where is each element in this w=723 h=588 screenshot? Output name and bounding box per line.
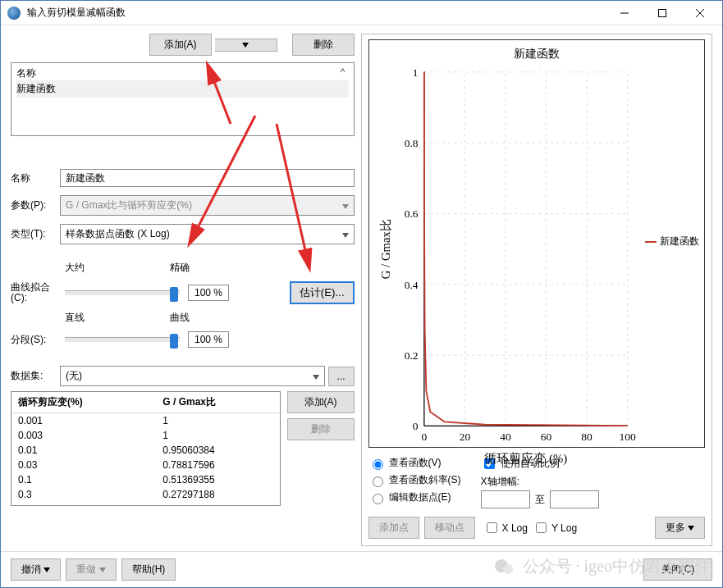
radio-edit-points[interactable]: 编辑数据点(E)	[368, 490, 461, 504]
approx-label: 大约	[65, 261, 91, 275]
type-row: 类型(T): 样条数据点函数 (X Log)	[11, 224, 355, 244]
add-button[interactable]: 添加(A)	[149, 34, 212, 56]
fit-label: 曲线拟合(C):	[11, 282, 57, 303]
svg-text:1: 1	[412, 66, 418, 79]
legend-line-icon	[645, 241, 657, 243]
svg-marker-36	[688, 526, 694, 531]
svg-marker-5	[342, 204, 349, 209]
chart-legend: 新建函数	[645, 235, 699, 248]
left-panel: 添加(A) 删除 名称 ^ 新建函数 名称 参数(P):	[11, 34, 355, 546]
xrange-to[interactable]	[550, 490, 599, 508]
svg-text:40: 40	[500, 431, 511, 443]
svg-text:0: 0	[421, 431, 427, 443]
radio-view-slope[interactable]: 查看函数斜率(S)	[368, 473, 461, 487]
chevron-down-icon	[342, 229, 349, 240]
table-row[interactable]: 0.0011	[11, 413, 280, 429]
listbox-header-name: 名称	[16, 66, 337, 80]
checkbox-ylog[interactable]: Y Log	[533, 520, 577, 536]
move-point-button[interactable]: 移动点	[424, 517, 475, 539]
list-item[interactable]: 新建函数	[16, 80, 349, 98]
table-row[interactable]: 0.010.95060384	[11, 443, 280, 458]
col-y: G / Gmax比	[156, 392, 279, 413]
segment-header-row: 直线 曲线	[11, 311, 355, 325]
minimize-button[interactable]	[606, 1, 643, 25]
chevron-down-icon	[99, 567, 106, 572]
fit-slider-row-1: 大约 精确	[11, 261, 355, 275]
table-side-buttons: 添加(A) 删除	[287, 391, 355, 506]
type-select[interactable]: 样条数据点函数 (X Log)	[60, 224, 355, 244]
svg-text:0.2: 0.2	[404, 349, 418, 362]
chart-title: 新建函数	[376, 47, 698, 62]
dataset-select[interactable]: (无)	[60, 366, 325, 386]
table-add-button[interactable]: 添加(A)	[287, 391, 355, 413]
estimate-button[interactable]: 估计(E)...	[290, 281, 355, 304]
app-icon	[7, 7, 21, 20]
svg-marker-4	[242, 43, 249, 48]
svg-text:80: 80	[581, 431, 593, 443]
table-delete-button[interactable]: 删除	[287, 418, 355, 440]
svg-marker-7	[313, 375, 319, 380]
dataset-browse-button[interactable]: ...	[328, 367, 355, 386]
x-range-row: 至	[481, 490, 599, 508]
data-table[interactable]: 循环剪应变(%) G / Gmax比 0.00110.00310.010.950…	[11, 391, 281, 506]
name-row: 名称	[11, 169, 355, 187]
xrange-to-label: 至	[535, 493, 545, 507]
listbox-header: 名称 ^	[16, 66, 349, 80]
chevron-down-icon	[688, 526, 694, 531]
curve-label: 曲线	[170, 311, 196, 325]
name-label: 名称	[11, 171, 57, 185]
chevron-down-icon	[43, 567, 50, 572]
right-panel: 新建函数 02040608010000.20.40.60.81循环剪应变 (%)…	[361, 34, 712, 546]
chevron-down-icon	[342, 200, 349, 212]
name-input[interactable]	[60, 169, 355, 187]
maximize-button[interactable]	[643, 1, 681, 25]
exact-label: 精确	[170, 261, 196, 275]
type-label: 类型(T):	[11, 227, 57, 241]
svg-marker-37	[43, 567, 50, 572]
svg-rect-1	[659, 9, 666, 16]
slider-thumb[interactable]	[170, 287, 178, 302]
chart-frame: 新建函数 02040608010000.20.40.60.81循环剪应变 (%)…	[368, 39, 705, 448]
chart-body: 02040608010000.20.40.60.81循环剪应变 (%)G / G…	[376, 65, 698, 469]
slider-thumb[interactable]	[170, 334, 178, 349]
undo-button[interactable]: 撤消	[11, 558, 61, 581]
checkbox-xlog[interactable]: X Log	[483, 520, 528, 536]
svg-text:100: 100	[619, 431, 635, 443]
legend-label: 新建函数	[660, 235, 699, 248]
curvefit-slider[interactable]	[65, 290, 180, 295]
more-button[interactable]: 更多	[655, 517, 705, 539]
statusbar: 撤消 重做 帮助(H) 关闭(C)	[1, 551, 722, 587]
delete-button[interactable]: 删除	[292, 34, 355, 56]
help-button[interactable]: 帮助(H)	[121, 558, 176, 581]
table-row[interactable]: 0.10.51369355	[11, 472, 280, 487]
param-row: 参数(P): G / Gmax比与循环剪应变(%)	[11, 195, 355, 216]
function-listbox[interactable]: 名称 ^ 新建函数	[11, 62, 355, 136]
svg-marker-6	[342, 233, 349, 238]
type-value: 样条数据点函数 (X Log)	[66, 227, 170, 241]
svg-text:20: 20	[459, 431, 470, 443]
svg-text:60: 60	[540, 431, 551, 443]
dataset-row: 数据集: (无) ...	[11, 366, 355, 386]
add-dropdown-arrow[interactable]	[215, 39, 277, 52]
add-point-button[interactable]: 添加点	[368, 517, 419, 539]
table-row[interactable]: 0.030.78817596	[11, 458, 280, 472]
svg-text:0.8: 0.8	[404, 137, 418, 149]
point-tool-row: 添加点 移动点 X Log Y Log 更多	[368, 517, 705, 539]
straight-label: 直线	[65, 311, 91, 325]
close-button[interactable]	[681, 1, 719, 25]
svg-text:0.4: 0.4	[404, 279, 418, 291]
param-select[interactable]: G / Gmax比与循环剪应变(%)	[60, 195, 355, 216]
table-row[interactable]: 0.30.27297188	[11, 487, 280, 502]
table-row[interactable]: 0.0031	[11, 428, 280, 443]
dataset-label: 数据集:	[11, 369, 57, 383]
svg-text:0: 0	[412, 420, 418, 432]
close-window-button[interactable]: 关闭(C)	[643, 558, 712, 581]
svg-text:0.6: 0.6	[404, 207, 418, 220]
segment-row: 分段(S): 100 %	[11, 331, 355, 348]
segment-slider[interactable]	[65, 337, 180, 342]
param-label: 参数(P):	[11, 198, 57, 212]
redo-button[interactable]: 重做	[66, 558, 116, 581]
svg-text:循环剪应变 (%): 循环剪应变 (%)	[484, 452, 567, 466]
xrange-from[interactable]	[481, 490, 530, 508]
sort-indicator-icon[interactable]: ^	[337, 66, 349, 80]
